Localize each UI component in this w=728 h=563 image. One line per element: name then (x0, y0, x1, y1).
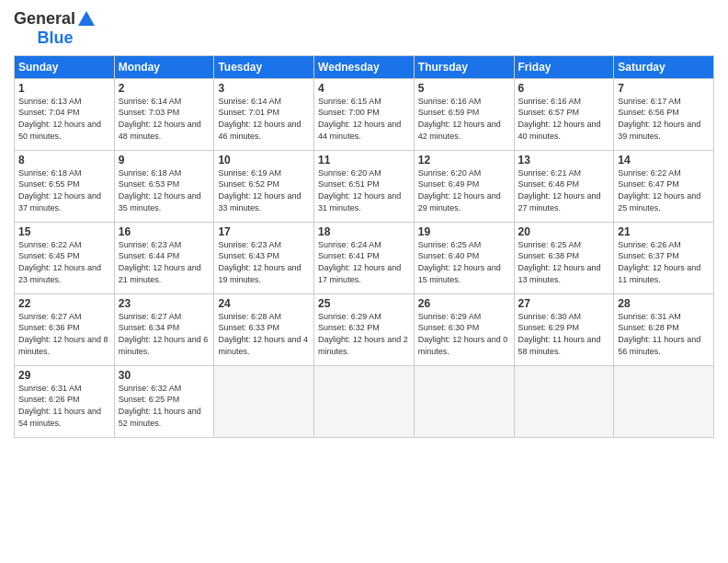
calendar-day: 29 Sunrise: 6:31 AM Sunset: 6:26 PM Dayl… (15, 365, 115, 437)
day-number: 6 (518, 82, 610, 95)
day-info: Sunrise: 6:25 AM Sunset: 6:40 PM Dayligh… (418, 239, 510, 285)
day-number: 15 (18, 225, 110, 238)
day-info: Sunrise: 6:16 AM Sunset: 6:57 PM Dayligh… (518, 96, 610, 142)
day-header-sunday: Sunday (15, 55, 115, 78)
calendar-table: SundayMondayTuesdayWednesdayThursdayFrid… (14, 55, 714, 438)
calendar-day (414, 365, 514, 437)
day-number: 8 (18, 154, 110, 167)
day-number: 23 (119, 297, 210, 310)
day-header-tuesday: Tuesday (214, 55, 314, 78)
day-info: Sunrise: 6:26 AM Sunset: 6:37 PM Dayligh… (618, 239, 710, 285)
day-info: Sunrise: 6:22 AM Sunset: 6:45 PM Dayligh… (18, 239, 110, 285)
calendar-week-3: 15 Sunrise: 6:22 AM Sunset: 6:45 PM Dayl… (15, 222, 714, 293)
calendar-day: 6 Sunrise: 6:16 AM Sunset: 6:57 PM Dayli… (514, 78, 614, 150)
day-header-monday: Monday (114, 55, 214, 78)
calendar-header-row: SundayMondayTuesdayWednesdayThursdayFrid… (15, 55, 714, 78)
day-info: Sunrise: 6:24 AM Sunset: 6:41 PM Dayligh… (318, 239, 410, 285)
day-header-friday: Friday (514, 55, 614, 78)
day-number: 24 (218, 297, 310, 310)
day-number: 13 (518, 154, 610, 167)
day-number: 9 (119, 154, 210, 167)
day-number: 1 (18, 82, 110, 95)
calendar-day (614, 365, 714, 437)
day-number: 20 (518, 225, 610, 238)
logo-icon (76, 9, 97, 29)
day-number: 2 (119, 82, 210, 95)
day-number: 11 (318, 154, 410, 167)
calendar-day: 27 Sunrise: 6:30 AM Sunset: 6:29 PM Dayl… (514, 293, 614, 365)
day-number: 22 (18, 297, 110, 310)
day-info: Sunrise: 6:13 AM Sunset: 7:04 PM Dayligh… (18, 96, 110, 142)
day-header-thursday: Thursday (414, 55, 514, 78)
day-info: Sunrise: 6:28 AM Sunset: 6:33 PM Dayligh… (218, 311, 310, 357)
day-info: Sunrise: 6:15 AM Sunset: 7:00 PM Dayligh… (318, 96, 410, 142)
day-number: 17 (218, 225, 310, 238)
calendar-day: 10 Sunrise: 6:19 AM Sunset: 6:52 PM Dayl… (214, 150, 314, 222)
day-info: Sunrise: 6:22 AM Sunset: 6:47 PM Dayligh… (618, 167, 710, 213)
day-number: 3 (218, 82, 310, 95)
calendar-day: 2 Sunrise: 6:14 AM Sunset: 7:03 PM Dayli… (114, 78, 214, 150)
calendar-body: 1 Sunrise: 6:13 AM Sunset: 7:04 PM Dayli… (15, 78, 714, 437)
calendar-day: 26 Sunrise: 6:29 AM Sunset: 6:30 PM Dayl… (414, 293, 514, 365)
calendar-day: 21 Sunrise: 6:26 AM Sunset: 6:37 PM Dayl… (614, 222, 714, 293)
day-info: Sunrise: 6:27 AM Sunset: 6:36 PM Dayligh… (18, 311, 110, 357)
calendar-day (514, 365, 614, 437)
day-info: Sunrise: 6:27 AM Sunset: 6:34 PM Dayligh… (119, 311, 210, 357)
day-number: 26 (418, 297, 510, 310)
day-number: 27 (518, 297, 610, 310)
calendar-day: 12 Sunrise: 6:20 AM Sunset: 6:49 PM Dayl… (414, 150, 514, 222)
day-info: Sunrise: 6:16 AM Sunset: 6:59 PM Dayligh… (418, 96, 510, 142)
day-number: 14 (618, 154, 710, 167)
day-info: Sunrise: 6:18 AM Sunset: 6:55 PM Dayligh… (18, 167, 110, 213)
day-header-saturday: Saturday (614, 55, 714, 78)
calendar-week-1: 1 Sunrise: 6:13 AM Sunset: 7:04 PM Dayli… (15, 78, 714, 150)
calendar-day: 8 Sunrise: 6:18 AM Sunset: 6:55 PM Dayli… (15, 150, 115, 222)
day-info: Sunrise: 6:30 AM Sunset: 6:29 PM Dayligh… (518, 311, 610, 357)
calendar-day: 15 Sunrise: 6:22 AM Sunset: 6:45 PM Dayl… (15, 222, 115, 293)
day-info: Sunrise: 6:20 AM Sunset: 6:51 PM Dayligh… (318, 167, 410, 213)
day-number: 29 (18, 369, 110, 382)
calendar-week-2: 8 Sunrise: 6:18 AM Sunset: 6:55 PM Dayli… (15, 150, 714, 222)
calendar-day: 17 Sunrise: 6:23 AM Sunset: 6:43 PM Dayl… (214, 222, 314, 293)
day-info: Sunrise: 6:14 AM Sunset: 7:01 PM Dayligh… (218, 96, 310, 142)
calendar-day: 23 Sunrise: 6:27 AM Sunset: 6:34 PM Dayl… (114, 293, 214, 365)
logo-blue: Blue (38, 29, 74, 48)
day-info: Sunrise: 6:21 AM Sunset: 6:48 PM Dayligh… (518, 167, 610, 213)
calendar-day: 5 Sunrise: 6:16 AM Sunset: 6:59 PM Dayli… (414, 78, 514, 150)
day-info: Sunrise: 6:29 AM Sunset: 6:32 PM Dayligh… (318, 311, 410, 357)
calendar-day: 7 Sunrise: 6:17 AM Sunset: 6:56 PM Dayli… (614, 78, 714, 150)
logo: General Blue (14, 9, 97, 48)
calendar-day: 25 Sunrise: 6:29 AM Sunset: 6:32 PM Dayl… (314, 293, 415, 365)
calendar-day: 9 Sunrise: 6:18 AM Sunset: 6:53 PM Dayli… (114, 150, 214, 222)
calendar-day: 16 Sunrise: 6:23 AM Sunset: 6:44 PM Dayl… (114, 222, 214, 293)
calendar-day: 24 Sunrise: 6:28 AM Sunset: 6:33 PM Dayl… (214, 293, 314, 365)
day-info: Sunrise: 6:17 AM Sunset: 6:56 PM Dayligh… (618, 96, 710, 142)
day-info: Sunrise: 6:29 AM Sunset: 6:30 PM Dayligh… (418, 311, 510, 357)
calendar-day: 18 Sunrise: 6:24 AM Sunset: 6:41 PM Dayl… (314, 222, 415, 293)
calendar-day (314, 365, 415, 437)
day-number: 30 (119, 369, 210, 382)
calendar-day: 28 Sunrise: 6:31 AM Sunset: 6:28 PM Dayl… (614, 293, 714, 365)
calendar-day: 19 Sunrise: 6:25 AM Sunset: 6:40 PM Dayl… (414, 222, 514, 293)
day-info: Sunrise: 6:18 AM Sunset: 6:53 PM Dayligh… (119, 167, 210, 213)
day-info: Sunrise: 6:23 AM Sunset: 6:43 PM Dayligh… (218, 239, 310, 285)
day-info: Sunrise: 6:25 AM Sunset: 6:38 PM Dayligh… (518, 239, 610, 285)
day-info: Sunrise: 6:23 AM Sunset: 6:44 PM Dayligh… (119, 239, 210, 285)
calendar-day: 14 Sunrise: 6:22 AM Sunset: 6:47 PM Dayl… (614, 150, 714, 222)
day-number: 4 (318, 82, 410, 95)
day-number: 18 (318, 225, 410, 238)
calendar-day: 11 Sunrise: 6:20 AM Sunset: 6:51 PM Dayl… (314, 150, 415, 222)
day-number: 28 (618, 297, 710, 310)
day-info: Sunrise: 6:14 AM Sunset: 7:03 PM Dayligh… (119, 96, 210, 142)
calendar-day: 4 Sunrise: 6:15 AM Sunset: 7:00 PM Dayli… (314, 78, 415, 150)
day-number: 7 (618, 82, 710, 95)
day-number: 19 (418, 225, 510, 238)
day-info: Sunrise: 6:19 AM Sunset: 6:52 PM Dayligh… (218, 167, 310, 213)
calendar-day: 22 Sunrise: 6:27 AM Sunset: 6:36 PM Dayl… (15, 293, 115, 365)
svg-marker-0 (78, 11, 95, 26)
header: General Blue (14, 9, 714, 48)
main-container: General Blue SundayMondayTuesdayWednesda… (0, 0, 728, 447)
day-info: Sunrise: 6:32 AM Sunset: 6:25 PM Dayligh… (119, 383, 210, 429)
calendar-day: 30 Sunrise: 6:32 AM Sunset: 6:25 PM Dayl… (114, 365, 214, 437)
calendar-day: 3 Sunrise: 6:14 AM Sunset: 7:01 PM Dayli… (214, 78, 314, 150)
